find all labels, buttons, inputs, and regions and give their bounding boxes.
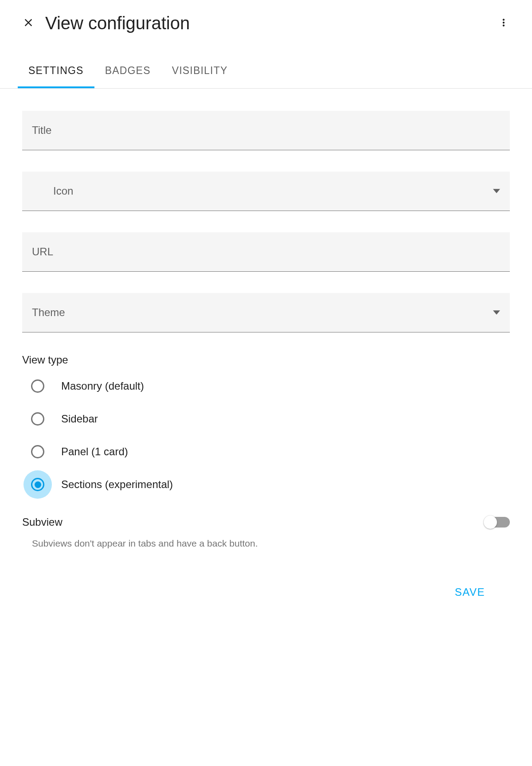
theme-field-label: Theme bbox=[32, 306, 500, 319]
view-type-group: Masonry (default) Sidebar Panel (1 card)… bbox=[22, 379, 510, 491]
title-field-label: Title bbox=[32, 124, 500, 137]
radio-label: Masonry (default) bbox=[61, 380, 144, 392]
subview-row: Subview bbox=[22, 516, 510, 528]
radio-label: Sections (experimental) bbox=[61, 478, 173, 491]
dropdown-icon bbox=[493, 309, 500, 317]
url-field[interactable]: URL bbox=[22, 232, 510, 272]
tabs-bar: SETTINGS BADGES VISIBILITY bbox=[0, 57, 532, 89]
theme-field[interactable]: Theme bbox=[22, 293, 510, 332]
subview-label: Subview bbox=[22, 516, 63, 528]
more-options-button[interactable] bbox=[493, 12, 514, 34]
subview-toggle[interactable] bbox=[485, 517, 510, 528]
more-vert-icon bbox=[498, 17, 509, 30]
toggle-knob bbox=[484, 516, 497, 529]
radio-selected-icon bbox=[23, 470, 52, 499]
tab-visibility[interactable]: VISIBILITY bbox=[161, 57, 239, 88]
dialog-footer: SAVE bbox=[22, 581, 510, 604]
view-type-label: View type bbox=[22, 354, 510, 366]
view-type-sections[interactable]: Sections (experimental) bbox=[31, 478, 510, 491]
radio-icon bbox=[31, 412, 44, 426]
icon-field-label: Icon bbox=[53, 185, 500, 197]
dialog-header: View configuration bbox=[0, 0, 532, 39]
dialog-title: View configuration bbox=[45, 13, 190, 33]
title-field[interactable]: Title bbox=[22, 111, 510, 150]
radio-icon bbox=[31, 445, 44, 458]
tab-badges[interactable]: BADGES bbox=[94, 57, 161, 88]
tab-settings[interactable]: SETTINGS bbox=[18, 57, 94, 88]
view-type-sidebar[interactable]: Sidebar bbox=[31, 412, 510, 426]
close-icon bbox=[22, 16, 35, 30]
subview-description: Subviews don't appear in tabs and have a… bbox=[22, 538, 510, 549]
view-type-panel[interactable]: Panel (1 card) bbox=[31, 445, 510, 458]
dropdown-icon bbox=[493, 187, 500, 195]
url-field-label: URL bbox=[32, 246, 500, 258]
save-button[interactable]: SAVE bbox=[455, 581, 485, 604]
view-type-masonry[interactable]: Masonry (default) bbox=[31, 379, 510, 393]
icon-field[interactable]: Icon bbox=[22, 172, 510, 211]
close-button[interactable] bbox=[18, 12, 39, 34]
radio-label: Panel (1 card) bbox=[61, 446, 128, 458]
radio-label: Sidebar bbox=[61, 413, 98, 425]
radio-icon bbox=[31, 379, 44, 393]
